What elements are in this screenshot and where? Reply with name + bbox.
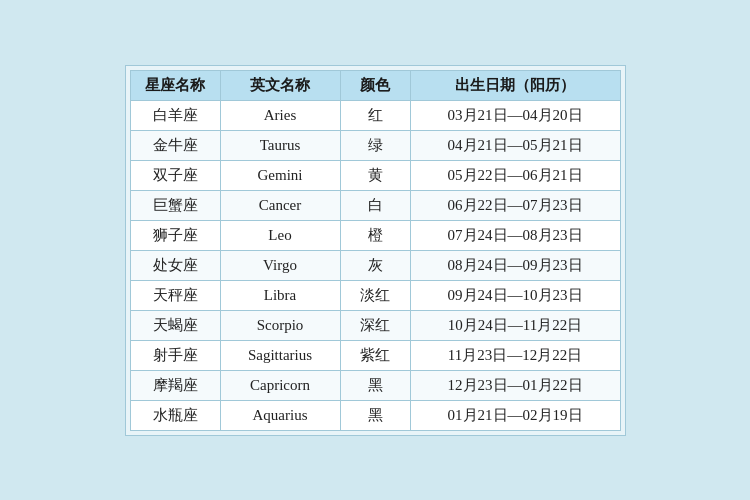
cell-english: Libra	[220, 280, 340, 310]
cell-date: 08月24日—09月23日	[410, 250, 620, 280]
table-row: 处女座Virgo灰08月24日—09月23日	[130, 250, 620, 280]
table-row: 射手座Sagittarius紫红11月23日—12月22日	[130, 340, 620, 370]
cell-color: 淡红	[340, 280, 410, 310]
cell-date: 01月21日—02月19日	[410, 400, 620, 430]
cell-date: 04月21日—05月21日	[410, 130, 620, 160]
cell-chinese: 摩羯座	[130, 370, 220, 400]
cell-date: 05月22日—06月21日	[410, 160, 620, 190]
cell-english: Scorpio	[220, 310, 340, 340]
cell-color: 白	[340, 190, 410, 220]
header-color: 颜色	[340, 70, 410, 100]
table-row: 金牛座Taurus绿04月21日—05月21日	[130, 130, 620, 160]
table-row: 天蝎座Scorpio深红10月24日—11月22日	[130, 310, 620, 340]
cell-date: 12月23日—01月22日	[410, 370, 620, 400]
cell-chinese: 双子座	[130, 160, 220, 190]
cell-chinese: 天秤座	[130, 280, 220, 310]
table-row: 天秤座Libra淡红09月24日—10月23日	[130, 280, 620, 310]
header-date: 出生日期（阳历）	[410, 70, 620, 100]
table-row: 白羊座Aries红03月21日—04月20日	[130, 100, 620, 130]
cell-chinese: 白羊座	[130, 100, 220, 130]
cell-chinese: 狮子座	[130, 220, 220, 250]
cell-english: Capricorn	[220, 370, 340, 400]
table-row: 水瓶座Aquarius黑01月21日—02月19日	[130, 400, 620, 430]
cell-date: 03月21日—04月20日	[410, 100, 620, 130]
table-row: 摩羯座Capricorn黑12月23日—01月22日	[130, 370, 620, 400]
cell-chinese: 巨蟹座	[130, 190, 220, 220]
cell-chinese: 天蝎座	[130, 310, 220, 340]
header-english: 英文名称	[220, 70, 340, 100]
cell-english: Cancer	[220, 190, 340, 220]
header-chinese: 星座名称	[130, 70, 220, 100]
cell-chinese: 射手座	[130, 340, 220, 370]
table-header-row: 星座名称 英文名称 颜色 出生日期（阳历）	[130, 70, 620, 100]
table-row: 狮子座Leo橙07月24日—08月23日	[130, 220, 620, 250]
table-row: 双子座Gemini黄05月22日—06月21日	[130, 160, 620, 190]
cell-color: 深红	[340, 310, 410, 340]
cell-english: Leo	[220, 220, 340, 250]
cell-date: 10月24日—11月22日	[410, 310, 620, 340]
cell-date: 06月22日—07月23日	[410, 190, 620, 220]
cell-date: 07月24日—08月23日	[410, 220, 620, 250]
cell-chinese: 水瓶座	[130, 400, 220, 430]
cell-color: 黄	[340, 160, 410, 190]
cell-date: 09月24日—10月23日	[410, 280, 620, 310]
cell-color: 灰	[340, 250, 410, 280]
cell-color: 橙	[340, 220, 410, 250]
cell-english: Aquarius	[220, 400, 340, 430]
cell-english: Taurus	[220, 130, 340, 160]
cell-date: 11月23日—12月22日	[410, 340, 620, 370]
cell-color: 绿	[340, 130, 410, 160]
cell-english: Gemini	[220, 160, 340, 190]
cell-english: Aries	[220, 100, 340, 130]
cell-color: 黑	[340, 370, 410, 400]
zodiac-table: 星座名称 英文名称 颜色 出生日期（阳历） 白羊座Aries红03月21日—04…	[130, 70, 621, 431]
table-row: 巨蟹座Cancer白06月22日—07月23日	[130, 190, 620, 220]
cell-english: Sagittarius	[220, 340, 340, 370]
zodiac-table-container: 星座名称 英文名称 颜色 出生日期（阳历） 白羊座Aries红03月21日—04…	[125, 65, 626, 436]
cell-color: 黑	[340, 400, 410, 430]
cell-english: Virgo	[220, 250, 340, 280]
cell-chinese: 处女座	[130, 250, 220, 280]
cell-color: 紫红	[340, 340, 410, 370]
cell-color: 红	[340, 100, 410, 130]
cell-chinese: 金牛座	[130, 130, 220, 160]
